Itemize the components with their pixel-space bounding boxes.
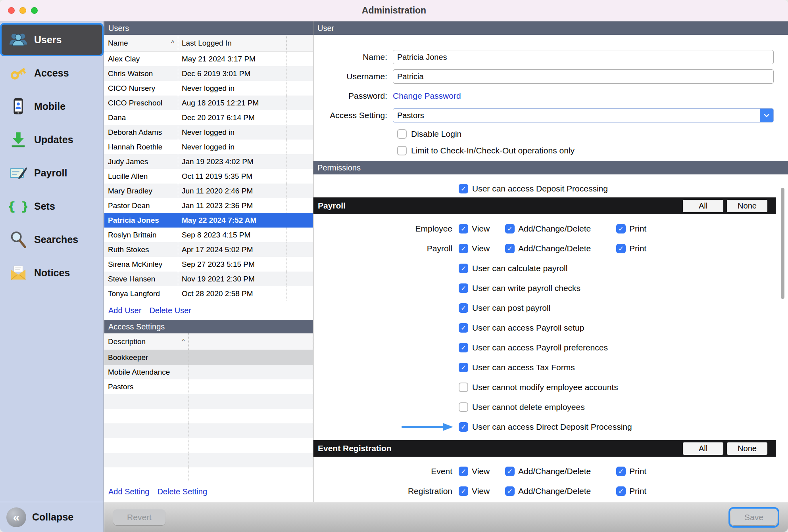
users-icon: [9, 30, 28, 49]
user-name-cell: CICO Preschool: [104, 96, 178, 110]
event-all-button[interactable]: All: [683, 442, 723, 455]
zoom-window-button[interactable]: [31, 7, 38, 14]
deposit-processing-checkbox[interactable]: ✓: [459, 184, 468, 193]
sidebar-item-access[interactable]: Access: [0, 56, 104, 90]
user-row[interactable]: CICO Nursery Never logged in: [104, 81, 313, 96]
view-checkbox[interactable]: ✓: [459, 244, 468, 253]
sidebar-item-payroll[interactable]: Payroll: [0, 156, 104, 189]
check-pen-icon: [9, 163, 28, 182]
collapse-label: Collapse: [32, 511, 73, 523]
sidebar-item-updates[interactable]: Updates: [0, 123, 104, 156]
close-window-button[interactable]: [8, 7, 15, 14]
permission-checkbox[interactable]: [459, 402, 468, 412]
user-last-login-cell: Sep 27 2023 5:15 PM: [178, 257, 287, 272]
permission-checkbox[interactable]: ✓: [459, 303, 468, 313]
permission-checkbox[interactable]: ✓: [459, 422, 468, 432]
permission-checkbox[interactable]: ✓: [459, 283, 468, 293]
user-row[interactable]: Deborah Adams Never logged in: [104, 125, 313, 140]
event-section-bar: Event Registration All None: [313, 440, 776, 457]
lists-panel: Users Name ^ Last Logged In Alex Clay Ma…: [104, 21, 313, 502]
permission-checkbox[interactable]: [459, 383, 468, 392]
name-input[interactable]: [393, 50, 774, 64]
permission-checkbox[interactable]: ✓: [459, 343, 468, 352]
user-row[interactable]: Sirena McKinley Sep 27 2023 5:15 PM: [104, 257, 313, 272]
access-column-description[interactable]: Description ^: [104, 333, 189, 350]
sort-ascending-icon: ^: [171, 40, 174, 47]
limit-checkin-checkout-checkbox[interactable]: [397, 146, 407, 155]
user-row[interactable]: Mary Bradley Jun 11 2020 2:46 PM: [104, 184, 313, 198]
permission-checkbox[interactable]: ✓: [459, 323, 468, 333]
access-setting-row[interactable]: Mobile Attendance: [104, 365, 313, 379]
user-row[interactable]: Chris Watson Dec 6 2019 3:01 PM: [104, 66, 313, 81]
access-settings-table-header: Description ^: [104, 333, 313, 350]
permission-checkbox[interactable]: ✓: [459, 264, 468, 273]
user-row[interactable]: Pastor Dean Jan 11 2023 2:36 PM: [104, 198, 313, 213]
delete-setting-link[interactable]: Delete Setting: [157, 487, 207, 496]
disable-login-checkbox[interactable]: [397, 129, 407, 139]
permission-label: User can write payroll checks: [472, 283, 580, 293]
payroll-none-button[interactable]: None: [727, 200, 767, 212]
access-settings-actions: Add Setting Delete Setting: [104, 482, 313, 501]
sidebar-item-mobile[interactable]: Mobile: [0, 90, 104, 123]
add-change-delete-checkbox[interactable]: ✓: [505, 244, 515, 253]
add-setting-link[interactable]: Add Setting: [108, 487, 149, 496]
permission-checkbox[interactable]: ✓: [459, 363, 468, 372]
add-user-link[interactable]: Add User: [108, 306, 141, 315]
permission-row: User cannot delete employees: [313, 397, 776, 417]
user-row[interactable]: Hannah Roethle Never logged in: [104, 140, 313, 154]
sidebar-item-notices[interactable]: Notices: [0, 256, 104, 289]
user-row[interactable]: Roslyn Brittain Sep 8 2023 4:15 PM: [104, 228, 313, 242]
permission-row: ✓ User can access Tax Forms: [313, 358, 776, 377]
delete-user-link[interactable]: Delete User: [149, 306, 191, 315]
users-column-name[interactable]: Name ^: [104, 35, 178, 51]
access-settings-header: Access Settings: [104, 320, 313, 333]
user-row[interactable]: Patricia Jones May 22 2024 7:52 AM: [104, 213, 313, 228]
scrollbar-thumb[interactable]: [781, 188, 784, 299]
event-none-button[interactable]: None: [727, 442, 767, 455]
user-last-login-cell: Sep 8 2023 4:15 PM: [178, 228, 287, 242]
user-row[interactable]: Steve Hansen Nov 19 2021 2:30 PM: [104, 272, 313, 286]
svg-text:{ }: { }: [9, 199, 27, 214]
user-last-login-cell: Jan 19 2023 4:02 PM: [178, 154, 287, 169]
access-setting-description: Pastors: [104, 379, 189, 394]
matrix-row-label: Event: [313, 467, 459, 476]
view-checkbox[interactable]: ✓: [459, 467, 468, 476]
sidebar-item-searches[interactable]: Searches: [0, 223, 104, 256]
user-row[interactable]: Dana Dec 20 2017 6:14 PM: [104, 110, 313, 125]
print-checkbox[interactable]: ✓: [616, 467, 626, 476]
user-row[interactable]: Lucille Allen Oct 11 2019 5:35 PM: [104, 169, 313, 184]
access-setting-row[interactable]: Pastors: [104, 379, 313, 394]
user-name-cell: Hannah Roethle: [104, 140, 178, 154]
user-last-login-cell: Dec 6 2019 3:01 PM: [178, 66, 287, 81]
sidebar-item-sets[interactable]: { } Sets: [0, 189, 104, 223]
collapse-button[interactable]: « Collapse: [0, 502, 104, 532]
revert-button[interactable]: Revert: [113, 509, 165, 525]
print-checkbox[interactable]: ✓: [616, 486, 626, 496]
minimize-window-button[interactable]: [19, 7, 26, 14]
access-setting-select[interactable]: Pastors: [393, 108, 774, 122]
users-column-last-logged-in[interactable]: Last Logged In: [178, 35, 287, 51]
user-row[interactable]: Judy James Jan 19 2023 4:02 PM: [104, 154, 313, 169]
user-row[interactable]: Alex Clay May 21 2024 3:17 PM: [104, 52, 313, 66]
user-row[interactable]: Tonya Langford Oct 28 2020 2:58 PM: [104, 286, 313, 301]
print-checkbox[interactable]: ✓: [616, 244, 626, 253]
access-setting-row[interactable]: Bookkeeper: [104, 350, 313, 365]
print-checkbox[interactable]: ✓: [616, 224, 626, 233]
add-change-delete-checkbox[interactable]: ✓: [505, 486, 515, 496]
users-panel-header: Users: [104, 21, 313, 35]
payroll-all-button[interactable]: All: [683, 200, 723, 212]
add-change-delete-checkbox[interactable]: ✓: [505, 467, 515, 476]
user-last-login-cell: Never logged in: [178, 81, 287, 96]
permission-row: ✓ User can write payroll checks: [313, 278, 776, 298]
user-row[interactable]: Ruth Stokes Apr 17 2024 5:02 PM: [104, 242, 313, 257]
user-row[interactable]: CICO Preschool Aug 18 2015 12:21 PM: [104, 96, 313, 110]
change-password-link[interactable]: Change Password: [393, 91, 461, 101]
add-change-delete-checkbox[interactable]: ✓: [505, 224, 515, 233]
disable-login-label: Disable Login: [411, 129, 461, 139]
view-checkbox[interactable]: ✓: [459, 486, 468, 496]
sidebar-item-users[interactable]: Users: [0, 23, 104, 56]
user-last-login-cell: Jun 11 2020 2:46 PM: [178, 184, 287, 198]
save-button[interactable]: Save: [731, 509, 777, 525]
username-input[interactable]: [393, 69, 774, 84]
view-checkbox[interactable]: ✓: [459, 224, 468, 233]
